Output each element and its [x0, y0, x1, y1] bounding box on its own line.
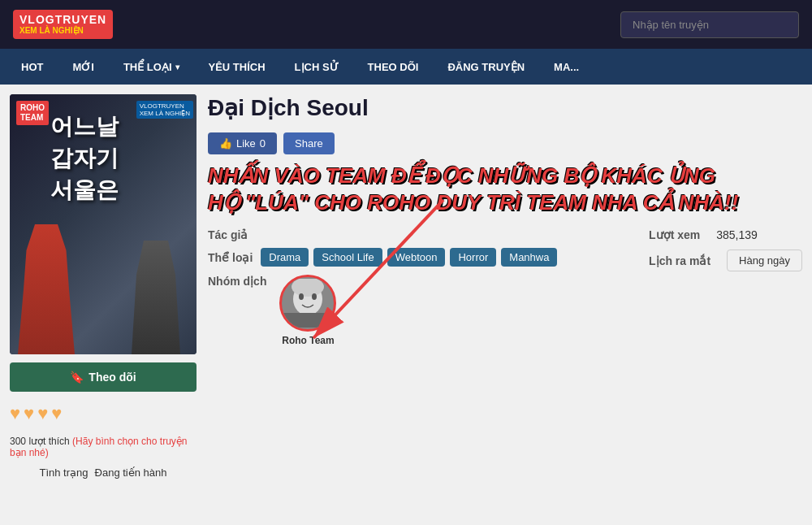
- heart-1[interactable]: ♥: [10, 403, 20, 424]
- svg-point-4: [312, 293, 317, 300]
- nav-upload[interactable]: ĐĂNG TRUYỆN: [433, 49, 539, 85]
- right-panel: Đại Dịch Seoul 👍 Like 0 Share NHẤN VÀO T…: [208, 94, 802, 515]
- character-2: [132, 241, 180, 354]
- manga-cover: ROHOTEAM VLOGTRUYENXEM LÀ NGHIỆN 어느날 갑자기…: [10, 94, 197, 354]
- avatar-svg: [283, 279, 332, 328]
- translator-group[interactable]: Roho Team: [279, 275, 336, 346]
- logo[interactable]: VLOGTRUYEN XEM LÀ NGHIỆN: [13, 10, 113, 40]
- header: VLOGTRUYEN XEM LÀ NGHIỆN: [0, 0, 812, 49]
- logo-top: VLOGTRUYEN: [19, 13, 106, 27]
- search-input[interactable]: [620, 11, 799, 38]
- nav-new[interactable]: MỚI: [58, 49, 108, 85]
- schedule-row: Lịch ra mắt Hàng ngày: [649, 249, 802, 271]
- logo-box: VLOGTRUYEN XEM LÀ NGHIỆN: [13, 10, 113, 40]
- schedule-button[interactable]: Hàng ngày: [727, 249, 802, 271]
- genre-tags: Drama School Life Webtoon Horror Manhwa: [261, 248, 557, 267]
- hearts-container: ♥ ♥ ♥ ♥: [10, 400, 62, 427]
- share-button[interactable]: Share: [283, 132, 335, 154]
- avatar: [279, 275, 336, 332]
- genre-manhwa[interactable]: Manhwa: [501, 248, 557, 267]
- genre-school[interactable]: School Life: [313, 248, 382, 267]
- main-content: ROHOTEAM VLOGTRUYENXEM LÀ NGHIỆN 어느날 갑자기…: [0, 85, 812, 525]
- right-info: Lượt xem 385,139 Lịch ra mắt Hàng ngày: [649, 228, 802, 271]
- status-row: Tình trạng Đang tiến hành: [40, 466, 167, 479]
- character-1: [18, 224, 75, 354]
- cover-background: ROHOTEAM VLOGTRUYENXEM LÀ NGHIỆN 어느날 갑자기…: [10, 94, 197, 354]
- promo-overlay-text: NHẤN VÀO TEAM ĐỂ ĐỌC NHỮNG BỘ KHÁC ỦNG H…: [208, 163, 802, 215]
- left-info: Tác giả Thể loại Drama School Life Webto…: [208, 228, 624, 346]
- genre-row: Thể loại Drama School Life Webtoon Horro…: [208, 248, 624, 267]
- nav-bar: HOT MỚI THỂ LOẠI ▾ YÊU THÍCH LỊCH SỬ THE…: [0, 49, 812, 85]
- cover-watermark: VLOGTRUYENXEM LÀ NGHIỆN: [136, 101, 193, 119]
- bookmark-icon: 🔖: [70, 371, 84, 384]
- info-section: Tác giả Thể loại Drama School Life Webto…: [208, 228, 802, 346]
- genre-drama[interactable]: Drama: [261, 248, 309, 267]
- thumbs-up-icon: 👍: [219, 137, 232, 150]
- svg-rect-5: [283, 313, 332, 328]
- translator-row: Nhóm dịch: [208, 275, 624, 346]
- cover-title-japanese: 어느날 갑자기 서울은: [50, 111, 119, 206]
- nav-follow[interactable]: THEO DÕI: [353, 49, 434, 85]
- vote-info: 300 lượt thích (Hãy bình chọn cho truyện…: [10, 436, 197, 458]
- logo-bottom: XEM LÀ NGHIỆN: [19, 26, 106, 36]
- author-row: Tác giả: [208, 228, 624, 241]
- genre-horror[interactable]: Horror: [450, 248, 496, 267]
- views-row: Lượt xem 385,139: [649, 228, 802, 241]
- follow-button[interactable]: 🔖 Theo dõi: [10, 362, 197, 392]
- nav-hot[interactable]: HOT: [6, 49, 58, 85]
- left-panel: ROHOTEAM VLOGTRUYENXEM LÀ NGHIỆN 어느날 갑자기…: [10, 94, 197, 515]
- search-box[interactable]: [620, 11, 799, 38]
- nav-favorites[interactable]: YÊU THÍCH: [194, 49, 280, 85]
- manga-title: Đại Dịch Seoul: [208, 94, 802, 121]
- heart-2[interactable]: ♥: [24, 403, 34, 424]
- heart-3[interactable]: ♥: [37, 403, 48, 424]
- nav-more[interactable]: MA...: [539, 49, 594, 85]
- cover-team-label: ROHOTEAM: [16, 101, 49, 125]
- action-buttons: 👍 Like 0 Share: [208, 132, 802, 154]
- svg-point-3: [299, 293, 304, 300]
- genre-webtoon[interactable]: Webtoon: [387, 248, 446, 267]
- heart-4[interactable]: ♥: [51, 403, 62, 424]
- chevron-down-icon: ▾: [175, 63, 179, 72]
- nav-genre[interactable]: THỂ LOẠI ▾: [109, 49, 194, 85]
- like-button[interactable]: 👍 Like 0: [208, 132, 277, 154]
- nav-history[interactable]: LỊCH SỬ: [280, 49, 353, 85]
